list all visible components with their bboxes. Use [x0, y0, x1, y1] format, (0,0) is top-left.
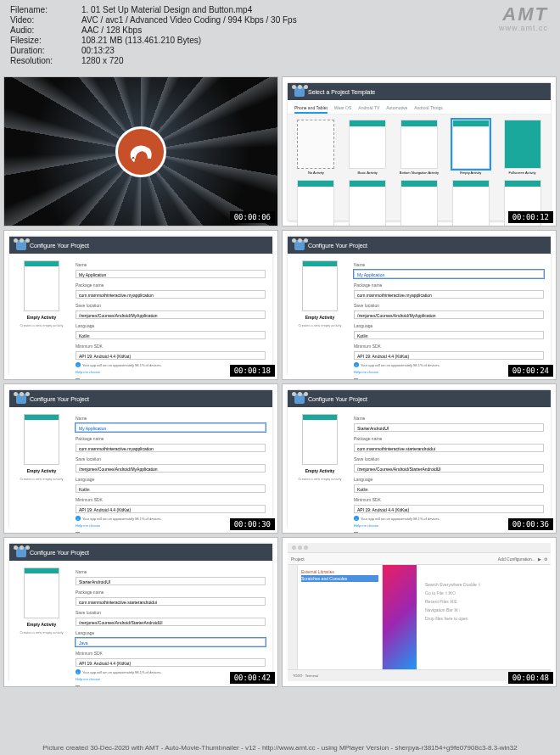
template-empty[interactable]: Empty Activity	[447, 120, 494, 175]
template-bottom-nav[interactable]: Bottom Navigation Activity	[396, 120, 443, 175]
timestamp: 00:00:36	[508, 518, 553, 530]
tab-wear[interactable]: Wear OS	[334, 103, 351, 114]
language-select[interactable]: Kotlin	[354, 484, 544, 493]
thumbnail-4: Configure Your Project Empty ActivityCre…	[282, 230, 557, 380]
ide-left-gutter	[288, 565, 298, 669]
amt-url: www.amt.cc	[499, 24, 548, 32]
language-select[interactable]: Kotlin	[76, 484, 266, 493]
tab-tv[interactable]: Android TV	[358, 103, 379, 114]
sdk-select[interactable]: API 19: Android 4.4 (KitKat)	[354, 505, 544, 513]
package-input[interactable]: com.mammothinteractive.myapplication	[354, 290, 544, 299]
timestamp: 00:00:42	[230, 672, 275, 684]
timestamp: 00:00:48	[508, 672, 553, 684]
timestamp: 00:00:30	[230, 518, 275, 530]
thumbnail-8: Project Add Configuration... ▶ ⚙ Externa…	[282, 537, 557, 687]
audio-value: AAC / 128 Kbps	[81, 25, 142, 35]
timestamp: 00:00:06	[230, 211, 275, 223]
thumbnail-2: Select a Project Template Phone and Tabl…	[282, 76, 557, 226]
video-value: AVC / avc1 / Advanced Video Coding / 994…	[81, 15, 297, 25]
legacy-checkbox[interactable]	[76, 532, 80, 534]
mammoth-logo-icon	[115, 126, 166, 177]
filesize-label: Filesize:	[10, 36, 81, 45]
tab-phone[interactable]: Phone and Tablet	[294, 103, 328, 114]
package-input[interactable]: com.mammothinteractive.myapplication	[76, 290, 266, 299]
save-location-input[interactable]: /zenjones/Courses/Android/StarterAndroid…	[76, 618, 266, 626]
sdk-select[interactable]: API 19: Android 4.4 (KitKat)	[76, 658, 266, 667]
timestamp: 00:00:24	[508, 365, 553, 377]
filesize-value: 108.21 MB (113.461.210 Bytes)	[81, 36, 201, 45]
template-fullscreen[interactable]: Fullscreen Activity	[499, 120, 546, 175]
tree-scratches[interactable]: Scratches and Consoles	[301, 575, 378, 582]
info-icon: i	[76, 669, 81, 674]
name-input[interactable]: My Application	[354, 270, 544, 278]
name-input[interactable]: My Application	[76, 270, 266, 278]
run-icon[interactable]: ▶	[538, 556, 541, 562]
add-config-button[interactable]: Add Configuration...	[498, 556, 535, 562]
resolution-value: 1280 x 720	[81, 56, 124, 65]
save-location-input[interactable]: /zenjones/Courses/Android/StarterAndroid…	[354, 464, 544, 473]
thumbnail-grid: 00:00:06 Select a Project Template Phone…	[0, 73, 560, 691]
metadata-header: Filename:1. 01 Set Up Material Design an…	[0, 0, 560, 71]
name-input[interactable]: StarterAndroidUI	[76, 577, 266, 585]
package-input[interactable]: com.mammothinteractive.myapplication	[76, 444, 266, 452]
tab-things[interactable]: Android Things	[414, 103, 443, 114]
sdk-select[interactable]: API 19: Android 4.4 (KitKat)	[354, 351, 544, 360]
thumbnail-5: Configure Your Project Empty ActivityCre…	[3, 383, 278, 534]
save-location-input[interactable]: /zenjones/Courses/Android/MyApplication	[76, 310, 266, 319]
duration-label: Duration:	[10, 46, 81, 55]
sdk-select[interactable]: API 19: Android 4.4 (KitKat)	[76, 505, 266, 513]
name-input[interactable]: My Application	[76, 423, 266, 432]
todo-tab[interactable]: TODO	[293, 674, 302, 678]
terminal-tab[interactable]: Terminal	[305, 674, 318, 678]
language-select[interactable]: Java	[76, 638, 266, 646]
template-no-activity[interactable]: No Activity	[293, 120, 339, 175]
language-select[interactable]: Kotlin	[354, 331, 544, 339]
thumbnail-3: Configure Your Project Empty Activity Cr…	[3, 230, 278, 380]
info-icon: i	[354, 516, 359, 521]
info-icon: i	[76, 516, 81, 521]
thumbnail-7: Configure Your Project Empty ActivityCre…	[3, 537, 278, 687]
video-label: Video:	[10, 15, 81, 25]
timestamp: 00:00:18	[230, 365, 275, 377]
legacy-checkbox[interactable]	[76, 378, 80, 380]
filename-value: 1. 01 Set Up Material Design and Button.…	[81, 5, 252, 14]
duration-value: 00:13:23	[81, 46, 115, 55]
sdk-select[interactable]: API 19: Android 4.4 (KitKat)	[76, 351, 266, 360]
macos-wallpaper	[383, 565, 417, 669]
name-input[interactable]: StarterAndroidUI	[354, 423, 544, 432]
thumbnail-6: Configure Your Project Empty ActivityCre…	[282, 383, 557, 534]
footer-credits: Picture created 30-Dec-2020 with AMT - A…	[0, 742, 560, 753]
amt-logo: AMT	[502, 3, 548, 25]
timestamp: 00:00:12	[508, 211, 553, 223]
legacy-checkbox[interactable]	[354, 378, 358, 380]
debug-icon[interactable]: ⚙	[544, 556, 547, 562]
project-dropdown[interactable]: Project	[291, 556, 305, 562]
template-basic[interactable]: Basic Activity	[344, 120, 391, 175]
legacy-checkbox[interactable]	[76, 685, 80, 687]
tree-external-libs[interactable]: External Libraries	[301, 568, 378, 575]
package-input[interactable]: com.mammothinteractive.starterandroidui	[354, 444, 544, 452]
tab-auto[interactable]: Automotive	[386, 103, 407, 114]
filename-label: Filename:	[10, 5, 81, 14]
resolution-label: Resolution:	[10, 56, 81, 65]
project-tree[interactable]: External Libraries Scratches and Console…	[298, 565, 383, 669]
thumbnail-1: 00:00:06	[3, 76, 278, 226]
ide-toolbar: Project Add Configuration... ▶ ⚙	[288, 553, 551, 565]
save-location-input[interactable]: /zenjones/Courses/Android/MyApplication	[76, 464, 266, 473]
welcome-panel: Search Everywhere Double ⇧ Go to File ⇧⌘…	[417, 565, 551, 669]
save-location-input[interactable]: /zenjones/Courses/Android/MyApplication	[354, 310, 544, 319]
package-input[interactable]: com.mammothinteractive.starterandroidui	[76, 597, 266, 606]
dialog-title: Select a Project Template	[308, 89, 375, 95]
info-icon: i	[354, 362, 359, 367]
audio-label: Audio:	[10, 25, 81, 35]
template-tabs: Phone and Tablet Wear OS Android TV Auto…	[288, 100, 551, 115]
info-icon: i	[76, 362, 81, 367]
language-select[interactable]: Kotlin	[76, 331, 266, 339]
legacy-checkbox[interactable]	[354, 532, 358, 534]
